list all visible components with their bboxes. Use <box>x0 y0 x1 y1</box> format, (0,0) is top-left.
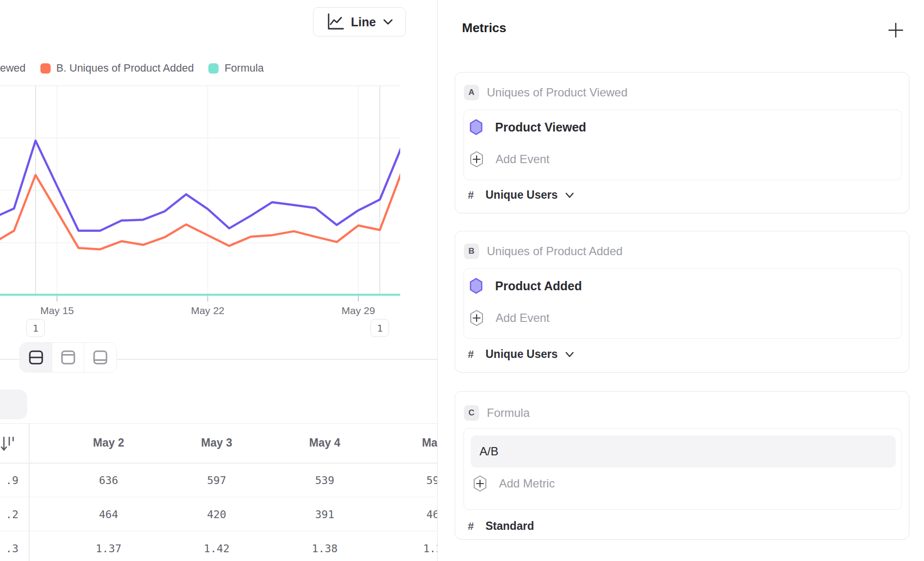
table-row-divider <box>0 497 437 497</box>
table-cell[interactable]: 1.42 <box>163 542 271 555</box>
measurement-dropdown[interactable]: # Unique Users <box>468 188 574 202</box>
add-event-label: Add Event <box>496 311 550 325</box>
hash-icon: # <box>468 348 474 361</box>
metric-card-c-formula[interactable]: C Formula A/B Add Metric # Standard <box>455 391 909 540</box>
metric-card-title: Uniques of Product Added <box>487 244 623 258</box>
chevron-down-icon <box>565 351 574 358</box>
add-metric-hexagon-plus-icon <box>473 475 487 492</box>
metric-card-b[interactable]: B Uniques of Product Added Product Added… <box>455 231 909 373</box>
table-frozen-cell-truncated: .9 <box>0 474 18 486</box>
metric-letter-badge: B <box>464 243 479 259</box>
annotation-count-badge[interactable]: 1 <box>370 319 389 337</box>
add-event-label: Add Event <box>496 152 550 166</box>
x-axis-tick-label: May 15 <box>23 305 91 317</box>
hash-icon: # <box>468 189 474 202</box>
table-cell[interactable]: 539 <box>271 474 379 486</box>
metrics-sidebar: Metrics A Uniques of Product Viewed Prod… <box>437 0 924 561</box>
event-name: Product Viewed <box>495 120 586 134</box>
measurement-dropdown[interactable]: # Unique Users <box>468 348 574 361</box>
view-toggle-split-chart-table-view[interactable] <box>20 343 52 372</box>
x-axis-tick-label: May 22 <box>174 305 242 317</box>
table-frozen-cell-truncated: .2 <box>0 508 18 521</box>
x-axis-tick-label: May 29 <box>324 305 392 317</box>
event-row-product-viewed[interactable]: Product Viewed <box>469 119 586 135</box>
table-cell[interactable]: 636 <box>55 474 163 486</box>
metric-card-a[interactable]: A Uniques of Product Viewed Product View… <box>455 72 909 213</box>
table-cell[interactable]: 391 <box>271 508 379 521</box>
table-header-border <box>0 463 437 464</box>
table-column-header[interactable]: May 3 <box>163 436 271 449</box>
add-event-button[interactable]: Add Event <box>469 310 550 326</box>
event-hexagon-icon <box>469 119 483 135</box>
add-metric-label: Add Metric <box>499 477 555 490</box>
add-metric-plus-icon[interactable] <box>888 22 904 38</box>
measurement-label: Unique Users <box>485 348 557 361</box>
table-cell[interactable]: 59 <box>379 474 437 486</box>
metrics-panel-title: Metrics <box>462 20 506 36</box>
table-column-header[interactable]: May 4 <box>271 436 379 449</box>
table-cell[interactable]: 1.38 <box>271 542 379 555</box>
add-event-hexagon-plus-icon <box>469 150 484 168</box>
split-chart-table-view-icon <box>28 349 44 366</box>
table-column-header[interactable]: May 2 <box>55 436 163 449</box>
measurement-label: Standard <box>485 520 534 533</box>
event-list-container: Product Viewed Add Event <box>463 110 902 180</box>
insights-report-page: Line ewedB. Uniques of Product AddedForm… <box>0 0 924 561</box>
table-cell[interactable]: 464 <box>55 508 163 521</box>
table-cell[interactable]: 420 <box>163 508 271 521</box>
table-top-border <box>0 423 437 424</box>
metric-card-title: Formula <box>487 406 530 420</box>
measurement-type[interactable]: # Standard <box>468 520 534 533</box>
metric-card-title: Uniques of Product Viewed <box>487 86 628 99</box>
event-list-container: Product Added Add Event <box>463 268 902 339</box>
table-cell[interactable]: 1.37 <box>55 542 163 555</box>
header-panel-view-icon <box>60 349 76 366</box>
event-name: Product Added <box>495 279 582 293</box>
metric-letter-badge: C <box>464 405 479 421</box>
chart-panel: Line ewedB. Uniques of Product AddedForm… <box>0 0 437 561</box>
metric-letter-badge: A <box>464 85 479 100</box>
truncated-control-pill[interactable] <box>0 390 27 419</box>
view-layout-toggle <box>19 342 117 373</box>
view-toggle-header-panel-view[interactable] <box>52 343 84 372</box>
sort-descending-icon[interactable] <box>0 435 16 454</box>
hash-icon: # <box>468 520 474 533</box>
formula-text: A/B <box>480 445 499 458</box>
formula-input[interactable]: A/B <box>471 435 896 468</box>
table-column-header[interactable]: May <box>379 436 437 449</box>
event-hexagon-icon <box>469 278 483 294</box>
table-cell[interactable]: 597 <box>163 474 271 486</box>
footer-panel-view-icon <box>92 349 109 366</box>
add-event-hexagon-plus-icon <box>469 309 484 327</box>
table-frozen-cell-truncated: .3 <box>0 542 18 555</box>
event-row-product-added[interactable]: Product Added <box>469 278 582 294</box>
table-cell[interactable]: 1.2 <box>379 542 437 555</box>
table-cell[interactable]: 46 <box>379 508 437 521</box>
annotation-count-badge[interactable]: 1 <box>26 319 45 337</box>
frozen-column-divider <box>29 423 30 561</box>
series-line-b-product-added[interactable] <box>0 173 401 249</box>
formula-container: A/B Add Metric <box>463 428 902 510</box>
view-toggle-footer-panel-view[interactable] <box>84 343 116 372</box>
measurement-label: Unique Users <box>485 188 557 202</box>
table-row-divider <box>0 531 437 531</box>
add-event-button[interactable]: Add Event <box>469 151 550 168</box>
add-metric-button[interactable]: Add Metric <box>473 475 555 492</box>
chevron-down-icon <box>565 192 574 199</box>
